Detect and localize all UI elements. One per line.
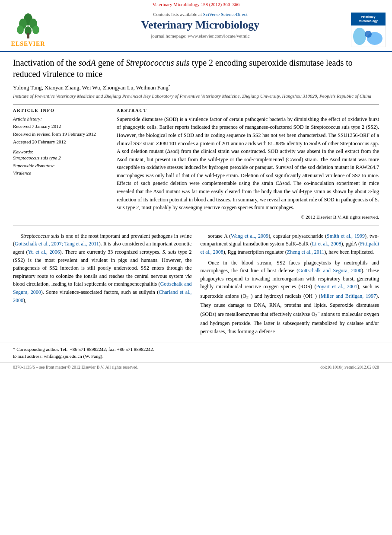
species-italic-body: Streptococcus suis [21, 233, 59, 239]
article-info-label: ARTICLE INFO [13, 108, 108, 113]
svg-point-15 [365, 31, 372, 38]
issn-line: 0378-1135/$ – see front matter © 2012 El… [13, 365, 138, 369]
elsevier-tree-icon [14, 12, 42, 40]
contents-text: Contents lists available at [153, 12, 202, 17]
svg-point-4 [17, 25, 24, 34]
footnote-section: * Corresponding author. Tel.: +86 571 88… [0, 343, 392, 363]
affiliation-text: Institute of Preventive Veterinary Medic… [13, 93, 379, 99]
journal-title-section: Contents lists available at SciVerse Sci… [52, 12, 349, 48]
article-history-block: Article history: Received 7 January 2012… [13, 115, 108, 146]
footnote-asterisk: * [13, 347, 16, 352]
article-title: Inactivation of the sodA gene of Strepto… [13, 57, 379, 80]
copyright-statement: © 2012 Elsevier B.V. All rights reserved… [117, 214, 379, 220]
body-section: Streptococcus suis is one of the most im… [0, 228, 392, 343]
ref-gottschalk-2007: Gottschalk et al., 2007; Tang et al., 20… [15, 241, 99, 247]
ref-gottschalk-segura-2000: Gottschalk and Segura, 2000 [298, 268, 361, 274]
svg-text:veterinary: veterinary [361, 15, 376, 19]
abstract-paragraph: Superoxide dismutase (SOD) is a virulenc… [117, 115, 379, 212]
received-date: Received 7 January 2012 [13, 123, 108, 131]
keyword-2: Superoxide dismutase [13, 162, 108, 170]
bottom-bar: 0378-1135/$ – see front matter © 2012 El… [0, 363, 392, 371]
body-right-column: sortase A (Wang et al., 2009), capsular … [201, 232, 379, 338]
keyword-1: Streptococcus suis type 2 [13, 154, 108, 162]
homepage-label: journal homepage: [151, 33, 186, 38]
journal-reference-bar: Veterinary Microbiology 158 (2012) 360–3… [0, 0, 392, 8]
corresponding-author-marker: * [169, 84, 171, 88]
journal-header: ELSEVIER Contents lists available at Sci… [0, 8, 392, 52]
email-address: whfang@zju.edu.cn (W. Fang). [44, 353, 103, 359]
corresponding-author-note: * Corresponding author. Tel.: +86 571 88… [13, 346, 379, 353]
corresponding-author-text: Corresponding author. Tel.: +86 571 8898… [16, 347, 154, 352]
keyword-3: Virulence [13, 169, 108, 177]
email-label: E-mail address: [13, 353, 43, 359]
vetmic-logo-section: veterinary microbiology [349, 12, 388, 48]
abstract-label: ABSTRACT [117, 108, 379, 113]
article-info-abstract-section: ARTICLE INFO Article history: Received 7… [13, 108, 379, 220]
svg-point-8 [27, 34, 29, 36]
sciverse-link[interactable]: SciVerse ScienceDirect [203, 12, 248, 17]
abstract-column: ABSTRACT Superoxide dismutase (SOD) is a… [117, 108, 379, 220]
accepted-date: Accepted 20 February 2012 [13, 138, 108, 146]
ref-li-2008: Li et al., 2008 [312, 241, 341, 247]
elsevier-brand-label: ELSEVIER [11, 41, 45, 48]
keywords-label: Keywords: [13, 149, 108, 154]
revised-date: Received in revised form 19 February 201… [13, 131, 108, 138]
svg-rect-10 [351, 13, 386, 25]
abstract-body: Superoxide dismutase (SOD) is a virulenc… [117, 115, 379, 212]
via-italic: via [185, 273, 192, 279]
svg-point-13 [353, 28, 366, 45]
ref-poyart-2001: Poyart et al., 2001 [316, 283, 357, 290]
homepage-url: www.elsevier.com/locate/vetmic [188, 33, 249, 38]
keywords-block: Keywords: Streptococcus suis type 2 Supe… [13, 149, 108, 177]
article-info-column: ARTICLE INFO Article history: Received 7… [13, 108, 108, 220]
ref-yu-2006: Yu et al., 2006 [28, 249, 60, 255]
contents-available-line: Contents lists available at SciVerse Sci… [56, 12, 344, 17]
body-left-column: Streptococcus suis is one of the most im… [13, 232, 192, 338]
body-divider [13, 226, 379, 226]
body-left-paragraph-1: Streptococcus suis is one of the most im… [13, 232, 192, 304]
authors-text: Yulong Tang, Xiaoyan Zhang, Wei Wu, Zhon… [13, 84, 169, 91]
email-line: E-mail address: whfang@zju.edu.cn (W. Fa… [13, 353, 379, 360]
author-list: Yulong Tang, Xiaoyan Zhang, Wei Wu, Zhon… [13, 84, 379, 91]
header-divider [13, 104, 379, 105]
ref-smith-1999: Smith et al., 1999 [327, 233, 365, 239]
species-name-italic: Streptococcus suis [126, 58, 190, 67]
doi-line: doi:10.1016/j.vetmic.2012.02.028 [320, 365, 379, 369]
body-right-paragraph-1: sortase A (Wang et al., 2009), capsular … [201, 232, 379, 256]
svg-text:microbiology: microbiology [359, 19, 378, 23]
body-right-paragraph-2: Once in the blood stream, SS2 faces phag… [201, 259, 379, 336]
article-history-heading: Article history: [13, 115, 108, 123]
ref-zheng-2011: Zheng et al., 2011 [287, 249, 325, 255]
body-two-column: Streptococcus suis is one of the most im… [13, 232, 379, 338]
ref-miller-britigan-1997: Miller and Britigan, 1997 [321, 293, 376, 299]
article-content: Inactivation of the sodA gene of Strepto… [0, 52, 392, 224]
ref-wang-2009: Wang et al., 2009 [231, 233, 268, 239]
journal-reference: Veterinary Microbiology 158 (2012) 360–3… [153, 2, 240, 7]
journal-homepage-line: journal homepage: www.elsevier.com/locat… [56, 33, 344, 38]
gene-name-italic: sodA [79, 58, 96, 67]
elsevier-logo-section: ELSEVIER [4, 12, 52, 48]
journal-title: Veterinary Microbiology [56, 19, 344, 32]
svg-point-6 [32, 25, 39, 34]
vetmic-journal-logo-icon: veterinary microbiology [351, 13, 386, 47]
species-abbr-italic: S. suis [163, 249, 176, 255]
